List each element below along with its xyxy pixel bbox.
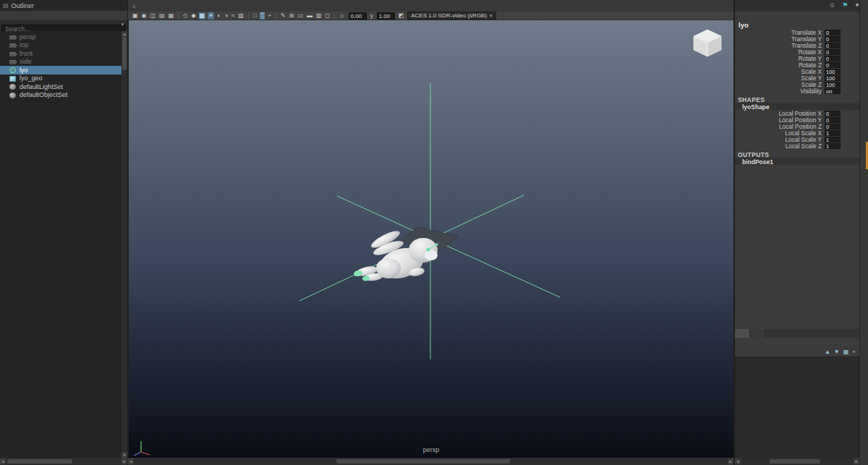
- scroll-right-icon[interactable]: ▸: [728, 458, 733, 464]
- notifications-icon[interactable]: ⚑: [842, 1, 848, 9]
- scroll-left-icon[interactable]: ◂: [0, 458, 6, 464]
- separator[interactable]: [248, 12, 249, 19]
- separator[interactable]: [178, 12, 179, 19]
- scroll-track[interactable]: [134, 458, 728, 464]
- create-empty-layer-button[interactable]: ▦: [843, 349, 849, 355]
- outliner-item-side[interactable]: side: [0, 58, 122, 67]
- scroll-left-icon[interactable]: ◂: [128, 458, 134, 464]
- scroll-up-icon[interactable]: ▴: [122, 31, 127, 37]
- exposure-icon[interactable]: ☼: [339, 12, 345, 20]
- bookmarks-icon[interactable]: ▤: [158, 12, 166, 20]
- shape-node-name[interactable]: lyoShape: [735, 103, 859, 110]
- use-all-lights-icon[interactable]: ☀: [208, 12, 214, 20]
- field-chart-icon[interactable]: ◻: [325, 12, 331, 20]
- image-plane-icon[interactable]: ▦: [168, 12, 175, 20]
- separator[interactable]: [334, 12, 335, 19]
- move-layer-down-button[interactable]: ▼: [834, 349, 840, 355]
- scroll-thumb[interactable]: [770, 459, 820, 464]
- channel-row[interactable]: Visibility on: [735, 88, 859, 94]
- layer-editor-tab-anim[interactable]: [750, 329, 765, 338]
- outliner-item-defaultlightset[interactable]: defaultLightSet: [0, 82, 122, 91]
- channel-value-field[interactable]: 0: [825, 56, 841, 61]
- scroll-right-icon[interactable]: ▸: [854, 458, 859, 464]
- grid-icon[interactable]: ⊞: [289, 12, 295, 20]
- view-cube[interactable]: [694, 30, 721, 56]
- film-gate-icon[interactable]: ▭: [297, 12, 305, 20]
- shadows-icon[interactable]: ◐: [216, 12, 221, 20]
- viewport-canvas[interactable]: persp: [128, 20, 733, 458]
- channel-value-field[interactable]: 0: [825, 49, 841, 55]
- outliner-horizontal-scrollbar[interactable]: ◂ ▸: [0, 458, 127, 465]
- channel-value-field[interactable]: 100: [825, 82, 841, 88]
- node-label: defaultLightSet: [20, 83, 63, 90]
- layer-editor-tab-display[interactable]: [735, 329, 750, 338]
- channel-value-field[interactable]: 0: [825, 62, 841, 68]
- channel-value-field[interactable]: on: [825, 88, 841, 94]
- outliner-item-top[interactable]: top: [0, 41, 122, 50]
- channel-value-field[interactable]: 1: [825, 130, 841, 136]
- outliner-item-defaultobjectset[interactable]: defaultObjectSet: [0, 91, 122, 100]
- scroll-track[interactable]: [122, 37, 127, 452]
- channel-value-field[interactable]: 0: [825, 124, 841, 129]
- channel-value-field[interactable]: 0: [825, 111, 841, 116]
- outliner-item-persp[interactable]: persp: [0, 33, 122, 41]
- channel-value-field[interactable]: 1: [825, 143, 841, 149]
- select-camera-icon[interactable]: ▣: [132, 12, 139, 20]
- joint-manipulator-axes[interactable]: [299, 83, 560, 359]
- channel-value-field[interactable]: 1: [825, 137, 841, 142]
- gamma-field[interactable]: 1.00: [377, 12, 395, 20]
- colorspace-dropdown[interactable]: ACES 1.0 SDR-video (sRGB) ▾: [407, 12, 495, 20]
- scroll-thumb[interactable]: [7, 459, 72, 464]
- chevron-down-icon: ▾: [490, 13, 493, 19]
- anti-aliasing-icon[interactable]: ▨: [237, 12, 244, 20]
- channel-value-field[interactable]: 100: [825, 75, 841, 81]
- account-icon[interactable]: ☺: [829, 1, 835, 9]
- motion-blur-icon[interactable]: ≈: [231, 12, 235, 20]
- wireframe-icon[interactable]: ◇: [182, 12, 188, 20]
- scroll-thumb[interactable]: [336, 459, 510, 464]
- separator[interactable]: [276, 12, 276, 19]
- smooth-shade-icon[interactable]: ◆: [190, 12, 196, 20]
- exposure-field[interactable]: 0.00: [349, 12, 367, 20]
- grease-pencil-icon[interactable]: ✎: [280, 12, 286, 20]
- output-node-name[interactable]: bindPose1: [735, 158, 859, 165]
- move-layer-up-button[interactable]: ▲: [825, 349, 830, 355]
- textured-icon[interactable]: ▩: [199, 12, 206, 20]
- scroll-down-icon[interactable]: ▾: [122, 452, 127, 458]
- outliner-titlebar[interactable]: ▤ Outliner: [0, 0, 127, 11]
- lock-camera-icon[interactable]: ◉: [141, 12, 148, 20]
- joint-xray-icon[interactable]: +: [267, 12, 272, 20]
- camera-attributes-icon[interactable]: ◫: [150, 12, 157, 20]
- scroll-thumb[interactable]: [122, 37, 127, 70]
- channel-value-field[interactable]: 100: [825, 69, 841, 74]
- screen-space-ao-icon[interactable]: ◑: [224, 12, 229, 20]
- channel-row[interactable]: Local Scale Z 1: [735, 142, 859, 149]
- channel-value-field[interactable]: 0: [825, 117, 841, 123]
- outliner-item-lyo-geo[interactable]: lyo_geo: [0, 74, 122, 83]
- scroll-left-icon[interactable]: ◂: [735, 458, 741, 464]
- channel-value-field[interactable]: 0: [825, 43, 841, 48]
- isolate-select-icon[interactable]: □: [252, 12, 258, 20]
- create-layer-from-selected-button[interactable]: +: [852, 349, 856, 355]
- channel-value-field[interactable]: 0: [825, 36, 841, 42]
- panel-menu-grip-icon[interactable]: ≡: [132, 4, 136, 10]
- panel-icon: ▤: [3, 2, 9, 9]
- viewport-horizontal-scrollbar[interactable]: ◂ ▸: [128, 458, 733, 465]
- colorspace-value: ACES 1.0 SDR-video (sRGB): [411, 12, 487, 19]
- resolution-gate-icon[interactable]: ▬: [306, 12, 313, 20]
- gate-mask-icon[interactable]: ▥: [315, 12, 323, 20]
- xray-icon[interactable]: ▒: [260, 12, 265, 20]
- outliner-vertical-scrollbar[interactable]: ▴ ▾: [122, 31, 127, 458]
- search-filter-dropdown-icon[interactable]: ▾: [121, 22, 124, 27]
- channel-box-horizontal-scrollbar[interactable]: ◂ ▸: [735, 458, 859, 465]
- whats-new-icon[interactable]: ✦: [854, 1, 860, 9]
- scroll-track[interactable]: [6, 458, 122, 464]
- scroll-right-icon[interactable]: ▸: [122, 458, 127, 464]
- outliner-item-lyo[interactable]: lyo: [0, 66, 122, 74]
- color-management-icon[interactable]: ◩: [398, 12, 405, 20]
- outliner-item-front[interactable]: front: [0, 49, 122, 58]
- scroll-track[interactable]: [741, 458, 854, 464]
- gamma-icon[interactable]: γ: [370, 12, 374, 20]
- channel-value-field[interactable]: 0: [825, 30, 841, 35]
- layer-list[interactable]: [735, 357, 859, 458]
